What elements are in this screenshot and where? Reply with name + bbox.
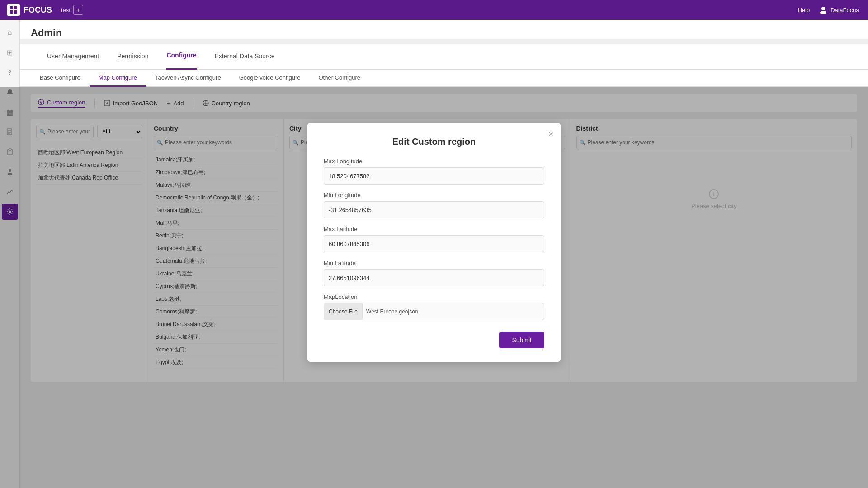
help-link[interactable]: Help [797,7,810,14]
sidebar-icon-home[interactable]: ⌂ [2,24,18,41]
page-container: Admin User Management Permission Configu… [20,20,868,488]
max-longitude-input[interactable] [324,167,544,185]
modal-footer: Submit [324,327,544,348]
sidebar-icon-help[interactable]: ? [2,64,18,81]
main-nav: User Management Permission Configure Ext… [20,44,868,70]
tab-google-voice[interactable]: Google voice Configure [230,70,310,87]
max-latitude-group: Max Latitude [324,226,544,252]
tab-taowen-async[interactable]: TaoWen Async Configure [146,70,230,87]
file-input-wrapper: Choose File West Europe.geojson [324,303,544,320]
logo-icon [7,4,20,16]
edit-custom-region-modal: × Edit Custom region Max Longitude Min L… [307,123,561,362]
content-area: Custom region Import GeoJSON + Add Count… [20,87,868,389]
topbar-tab: test + [61,5,83,15]
svg-rect-2 [10,10,13,14]
map-location-group: MapLocation Choose File West Europe.geoj… [324,294,544,320]
tab-other-configure[interactable]: Other Configure [310,70,370,87]
page-title: Admin [31,27,857,39]
modal-close-button[interactable]: × [548,129,553,139]
svg-rect-0 [10,6,13,9]
topbar: FOCUS test + Help DataFocus [0,0,868,20]
sidebar-icon-search[interactable]: ⊞ [2,44,18,61]
sub-tabs: Base Configure Map Configure TaoWen Asyn… [20,70,868,87]
max-latitude-label: Max Latitude [324,226,544,232]
tab-map-configure[interactable]: Map Configure [90,70,146,87]
max-longitude-group: Max Longitude [324,158,544,185]
map-location-label: MapLocation [324,294,544,300]
choose-file-button[interactable]: Choose File [324,303,363,320]
file-name-display: West Europe.geojson [366,308,418,315]
logo: FOCUS [7,4,52,16]
svg-rect-1 [14,6,17,9]
nav-user-management[interactable]: User Management [47,44,99,70]
tab-name: test [61,7,71,14]
min-longitude-input[interactable] [324,201,544,218]
logo-text: FOCUS [24,5,52,15]
page-header: Admin [20,20,868,39]
modal-title: Edit Custom region [324,137,544,147]
min-latitude-label: Min Latitude [324,260,544,266]
add-tab-button[interactable]: + [73,5,83,15]
max-longitude-label: Max Longitude [324,158,544,165]
min-latitude-group: Min Latitude [324,260,544,286]
user-menu[interactable]: DataFocus [819,5,859,14]
min-longitude-group: Min Longitude [324,192,544,218]
user-name: DataFocus [830,7,859,14]
svg-point-5 [820,11,826,14]
nav-external-data-source[interactable]: External Data Source [215,44,275,70]
svg-point-4 [821,7,825,10]
user-avatar-icon [819,5,828,14]
svg-rect-3 [14,10,17,14]
nav-permission[interactable]: Permission [117,44,148,70]
max-latitude-input[interactable] [324,235,544,252]
topbar-right: Help DataFocus [797,5,859,14]
min-latitude-input[interactable] [324,269,544,286]
min-longitude-label: Min Longitude [324,192,544,199]
nav-configure[interactable]: Configure [166,44,196,70]
submit-button[interactable]: Submit [499,332,544,348]
tab-base-configure[interactable]: Base Configure [31,70,90,87]
modal-overlay: × Edit Custom region Max Longitude Min L… [0,87,868,488]
